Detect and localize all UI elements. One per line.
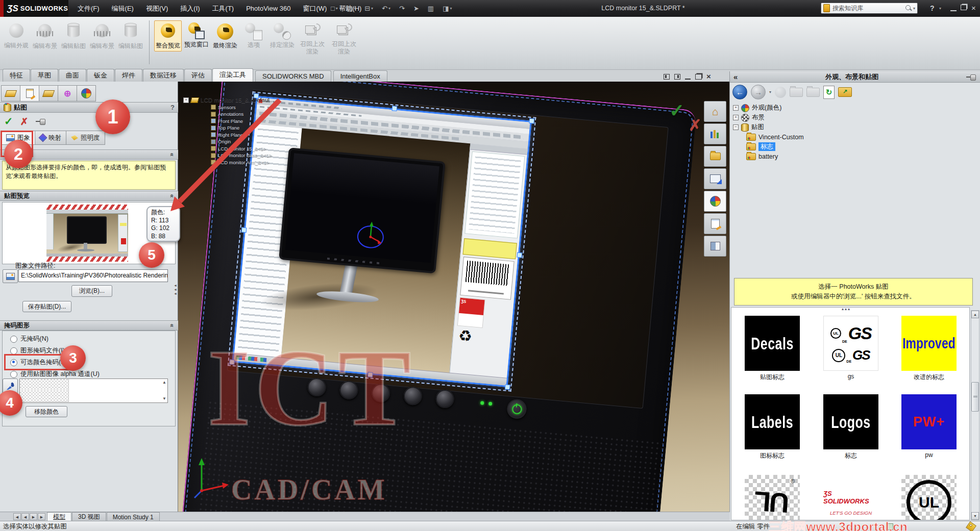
thumbnail-scrollbar[interactable]: ▲ ▼ [971,310,979,520]
remove-color-button[interactable]: 移除颜色 [26,406,67,417]
color-swatch[interactable] [30,390,40,402]
menu-tools[interactable]: 工具(T) [206,0,240,17]
tab-model[interactable]: 模型 [47,512,71,521]
tab-weldments[interactable]: 焊件 [115,69,142,82]
flyout-item[interactable]: LCD monitor Base_&<1> [211,153,274,158]
thumb-improved[interactable]: Improved [901,316,957,371]
tab-solidworks-mbd[interactable]: SOLIDWORKS MBD [255,70,331,82]
tree-item-appearances[interactable]: +外观(颜色) [733,103,973,113]
selection-handle[interactable] [241,227,247,233]
split-pane-left-icon[interactable] [664,74,670,80]
propertymanager-tab[interactable] [20,85,39,102]
tree-item-decals[interactable]: −贴图 [733,122,973,132]
scrollbar-thumb[interactable] [971,382,979,412]
color-swatch[interactable] [59,390,69,402]
image-file-icon[interactable] [3,269,18,283]
thumb-decals[interactable]: Decals [745,316,800,371]
viewport-minimize-icon[interactable] [685,73,691,80]
thumb-ul-circle[interactable]: UL® [901,475,957,520]
color-swatch[interactable] [20,379,30,391]
forward-dropdown-icon[interactable]: ▾ [769,90,771,94]
tree-item-vincent-custom[interactable]: Vincent-Custom [746,132,973,142]
browse-button[interactable]: 浏览(B)... [71,285,112,297]
radio-alpha-channel[interactable]: 使用贴图图像 alpha 通道(U) [10,370,100,378]
splitter-grip-icon[interactable]: ▴▴▴ [842,307,851,311]
tab-surfaces[interactable]: 曲面 [59,69,86,82]
prev-tab-button[interactable]: ◀ [21,513,29,520]
color-swatch[interactable] [30,379,40,391]
expand-icon[interactable]: + [733,105,739,111]
flyout-item[interactable]: Right Plane [211,132,274,138]
thumb-solidworks[interactable]: ƷS SOLIDWORKSLET'S GO DESIGN [823,475,878,520]
edit-decal-button[interactable]: 编辑贴图 [60,20,87,52]
options-icon[interactable]: ◨▾ [443,5,452,12]
file-explorer-tab[interactable] [704,146,726,167]
color-swatch[interactable] [49,379,59,391]
preview-section-header[interactable]: 贴图预览« [0,191,178,201]
minimize-button[interactable] [950,5,957,11]
schedule-render-button[interactable]: 排定渲染 [268,20,296,51]
flyout-item[interactable]: Origin [211,139,274,144]
redo-icon[interactable]: ↷ [399,5,405,12]
pin-icon[interactable] [966,74,976,80]
thumb-logos[interactable]: Logos [823,394,878,449]
selection-handle[interactable] [505,385,510,390]
tab-motion-study[interactable]: Motion Study 1 [107,512,160,521]
confirm-cancel-icon[interactable]: ✗ [689,116,701,134]
featuremanager-tab[interactable] [1,85,20,102]
search-box[interactable]: 搜索知识库 ▾ [821,3,918,14]
cancel-button[interactable]: ✗ [20,116,29,128]
edit-scene-button[interactable]: 编辑布景 [31,20,59,52]
integrated-preview-button[interactable]: 整合预览 [154,20,182,52]
menu-file[interactable]: 文件(F) [71,0,106,17]
tree-item-battery[interactable]: battery [746,151,973,161]
flyout-root-item[interactable]: + LCD monitor 15_&.(Defaul... [183,97,274,103]
custom-properties-tab[interactable] [704,213,726,234]
confirm-ok-icon[interactable]: ✓ [669,100,684,121]
mask-section-header[interactable]: 掩码图形« [0,320,178,331]
open-folder-icon[interactable]: ↗ [838,87,852,97]
dimxpert-tab[interactable]: ⊕ [58,85,77,102]
selection-handle[interactable] [517,252,522,258]
flyout-item[interactable]: Top Plane [211,125,274,131]
forward-button[interactable]: → [751,85,766,99]
collapse-chevron-icon[interactable]: « [169,324,176,327]
save-decal-button[interactable]: 保存贴图(D)... [22,301,71,312]
tab-mapping[interactable]: 映射 [35,131,66,145]
image-path-field[interactable]: E:\SolidWorks\Training\PV360\Photorealis… [18,269,168,282]
mask-color-list[interactable]: ▲ ▼ [19,378,168,403]
collapse-chevron-icon[interactable]: « [169,194,176,198]
final-render-button[interactable]: 最终渲染 [211,20,239,52]
color-swatch[interactable] [39,390,50,402]
next-tab-button[interactable]: ▶ [30,513,37,520]
scroll-down-icon[interactable]: ▼ [162,397,166,401]
add-appearance-icon[interactable] [775,87,786,98]
selection-handle[interactable] [529,118,534,124]
edit-scene-button-2[interactable]: 编辑布景 [88,20,116,52]
thumb-labels[interactable]: Labels [745,394,800,449]
help-dropdown-icon[interactable]: ▾ [939,0,941,17]
tab-render-tools[interactable]: 渲染工具 [212,68,253,82]
tab-features[interactable]: 特征 [3,69,30,82]
select-icon[interactable]: ➤ [413,5,419,12]
tree-item-scenes[interactable]: +布景 [733,113,973,122]
search-dropdown-icon[interactable]: ▾ [913,6,915,11]
thumb-ul-mirrored[interactable]: UL® [745,475,800,520]
split-pane-right-icon[interactable] [674,74,680,80]
panel-splitter[interactable]: ◄◄◄ [174,284,177,296]
flyout-item[interactable]: LCD monitor 15_&<1> [211,146,274,151]
ok-button[interactable]: ✓ [4,115,13,128]
collapse-icon[interactable]: − [733,124,739,130]
collapse-panel-icon[interactable]: « [733,72,738,81]
collapse-chevron-icon[interactable]: « [169,153,176,157]
thumb-pw[interactable]: PW+ [901,394,957,449]
preview-window-button[interactable]: 预览窗口 [183,20,210,50]
appearances-tab[interactable] [704,191,726,212]
undo-icon[interactable]: ↶▾ [382,5,390,12]
edit-decal-button-2[interactable]: 编辑贴图 [117,20,144,52]
radio-no-mask[interactable]: 无掩码(N) [10,335,48,343]
resources-tab[interactable]: ⌂ [704,101,726,122]
search-icon[interactable] [905,5,912,11]
menu-photoview360[interactable]: PhotoView 360 [240,0,297,17]
expand-icon[interactable]: + [183,97,189,103]
